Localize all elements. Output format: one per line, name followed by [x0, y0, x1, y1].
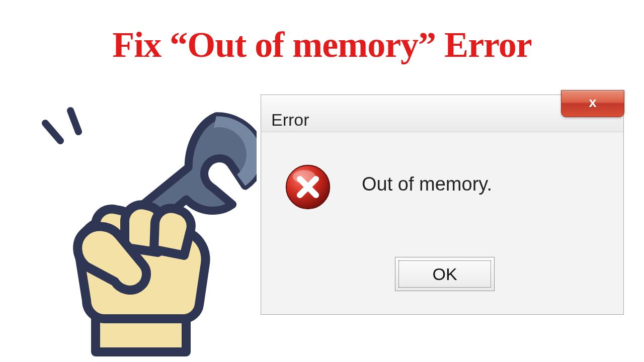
- close-icon: x: [589, 95, 597, 111]
- dialog-title: Error: [271, 110, 309, 130]
- error-dialog: Error x Out o: [261, 95, 624, 315]
- hand-wrench-illustration: [20, 96, 257, 357]
- svg-line-0: [45, 123, 60, 141]
- dialog-body: Out of memory. OK: [261, 132, 623, 314]
- dialog-titlebar: Error x: [261, 95, 623, 132]
- ok-button[interactable]: OK: [395, 257, 495, 291]
- dialog-message: Out of memory.: [362, 173, 492, 195]
- svg-line-1: [70, 111, 78, 132]
- error-icon: [284, 163, 332, 211]
- page-headline: Fix “Out of memory” Error: [0, 24, 644, 66]
- close-button[interactable]: x: [561, 90, 624, 117]
- ok-button-label: OK: [432, 264, 457, 284]
